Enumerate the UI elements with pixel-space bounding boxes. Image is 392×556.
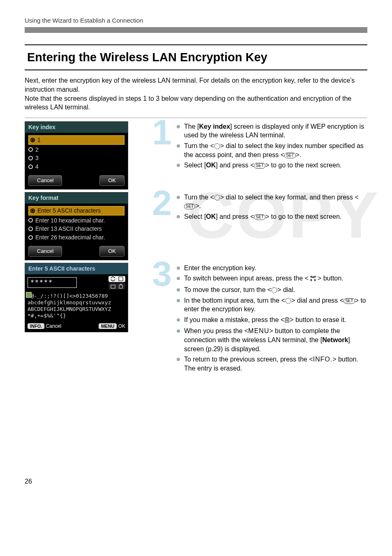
lcd1-option-1: 1	[28, 135, 125, 145]
lcd3-menu-pill: MENU	[99, 323, 117, 329]
lcd-screen-1: Key index 1 2 3 4 Cancel OK	[25, 121, 128, 190]
s1-bullet-3: Select [OK] and press <SET> to go to the…	[177, 161, 367, 170]
s3-bullet-4: In the bottom input area, turn the <> di…	[177, 296, 367, 314]
lcd1-cancel: Cancel	[28, 175, 62, 186]
step-1: Key index 1 2 3 4 Cancel OK 1 The [Key i…	[25, 121, 367, 190]
svg-rect-1	[111, 285, 115, 288]
lcd3-switch-icon	[108, 276, 125, 283]
lcd1-header: Key index	[25, 122, 128, 133]
lcd2-option-4: Enter 26 hexadecimal char.	[28, 233, 125, 242]
lcd3-input-value: *****	[28, 277, 77, 288]
lcd1-option-3: 3	[28, 154, 125, 162]
lcd3-charmap: .@-_/:;!?()[]<>0123456789 abcdefghijklmn…	[25, 291, 128, 321]
page-number: 26	[25, 477, 367, 486]
title-container: Entering the Wireless LAN Encryption Key	[25, 44, 367, 70]
lcd2-option-3: Enter 13 ASCII characters	[28, 225, 125, 233]
step-3: Enter 5 ASCII characters ***** .@-_/:;!?…	[25, 263, 367, 375]
s1-bullet-2: Turn the <> dial to select the key index…	[177, 141, 367, 159]
lcd-screen-2: Key format Enter 5 ASCII characters Ente…	[25, 192, 128, 260]
lcd3-trash-icon	[108, 283, 125, 290]
step-2: Key format Enter 5 ASCII characters Ente…	[25, 192, 367, 260]
s2-bullet-1: Turn the <> dial to select the key forma…	[177, 193, 367, 211]
s3-bullet-2: To switch between input areas, press the…	[177, 274, 367, 284]
lcd3-header: Enter 5 ASCII characters	[25, 263, 128, 274]
lcd1-option-4: 4	[28, 162, 125, 171]
lcd2-option-1: Enter 5 ASCII characters	[28, 206, 125, 215]
s3-bullet-5: If you make a mistake, press the <> butt…	[177, 315, 367, 325]
trash-icon	[284, 316, 290, 325]
s3-bullet-6: When you press the <MENU> button to comp…	[177, 327, 367, 353]
lcd1-ok: OK	[99, 175, 125, 186]
s1-bullet-1: The [Key index] screen is displayed only…	[177, 122, 367, 140]
lcd3-info-pill: INFO.	[28, 323, 44, 329]
set-icon: SET	[254, 214, 265, 220]
step-number-2: 2	[152, 189, 172, 217]
lcd1-option-2: 2	[28, 146, 125, 154]
s3-bullet-7: To return to the previous screen, press …	[177, 355, 367, 373]
dial-icon	[285, 298, 291, 304]
s3-bullet-1: Enter the encryption key.	[177, 264, 367, 273]
breadcrumb: Using the Wizard to Establish a Connecti…	[25, 16, 367, 25]
svg-rect-2	[312, 276, 314, 278]
dial-icon	[214, 195, 220, 201]
lcd2-cancel: Cancel	[28, 246, 62, 257]
lcd-screen-3: Enter 5 ASCII characters ***** .@-_/:;!?…	[25, 263, 128, 332]
set-icon: SET	[184, 204, 195, 209]
set-icon: SET	[254, 163, 265, 169]
step-number-1: 1	[152, 118, 172, 146]
set-icon: SET	[344, 298, 355, 304]
lcd2-ok: OK	[99, 246, 125, 257]
dial-icon	[271, 287, 277, 293]
dial-icon	[214, 143, 220, 149]
lcd2-header: Key format	[25, 192, 128, 204]
set-icon: SET	[284, 153, 295, 158]
header-divider	[25, 27, 367, 33]
lcd2-option-2: Enter 10 hexadecimal char.	[28, 216, 125, 225]
section-divider	[25, 118, 367, 118]
jump-icon	[309, 275, 318, 284]
intro-text: Next, enter the encryption key of the wi…	[25, 76, 366, 111]
svg-rect-0	[119, 277, 123, 281]
s2-bullet-2: Select [OK] and press <SET> to go to the…	[177, 212, 367, 221]
step-number-3: 3	[152, 259, 172, 288]
page-title: Entering the Wireless LAN Encryption Key	[27, 49, 365, 65]
s3-bullet-3: To move the cursor, turn the <> dial.	[177, 285, 367, 294]
